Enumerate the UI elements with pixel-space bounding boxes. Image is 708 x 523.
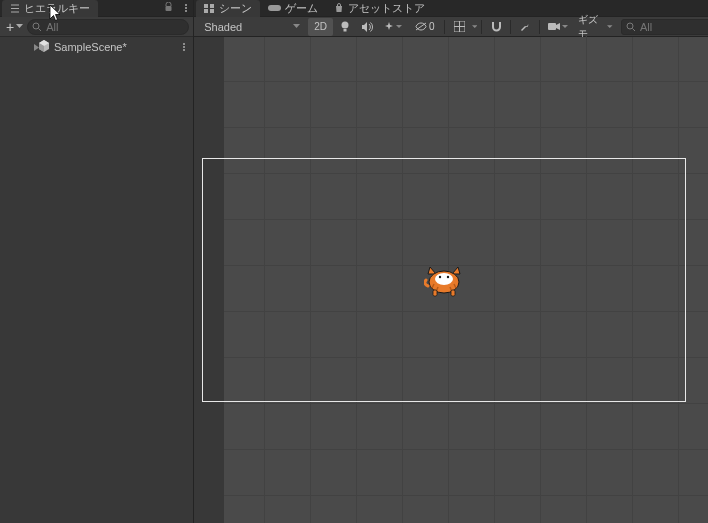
grid-icon <box>454 21 465 32</box>
shading-mode-dropdown[interactable]: Shaded <box>198 18 306 36</box>
svg-point-10 <box>627 23 633 29</box>
audio-icon <box>361 22 373 32</box>
foldout-icon[interactable] <box>34 41 41 53</box>
hierarchy-icon <box>10 4 20 13</box>
scene-search[interactable] <box>621 19 708 35</box>
scene-name-label: SampleScene* <box>54 41 127 53</box>
effects-icon <box>384 22 394 32</box>
hierarchy-panel: ヒエラルキー + SampleScene* <box>0 0 194 523</box>
tab-asset-store-label: アセットストア <box>348 1 425 16</box>
hierarchy-search[interactable] <box>27 19 189 35</box>
snap-toggle[interactable] <box>486 18 506 36</box>
camera-dropdown[interactable] <box>544 18 572 36</box>
effects-dropdown[interactable] <box>379 18 407 36</box>
search-icon <box>32 22 42 32</box>
lightbulb-icon <box>340 21 350 33</box>
tab-asset-store[interactable]: アセットストア <box>326 0 433 17</box>
svg-rect-9 <box>548 23 556 30</box>
tab-game-label: ゲーム <box>285 1 318 16</box>
chevron-down-icon <box>607 25 613 29</box>
svg-point-1 <box>33 23 39 29</box>
hierarchy-scene-row[interactable]: SampleScene* <box>0 39 193 55</box>
tab-hierarchy[interactable]: ヒエラルキー <box>2 0 98 17</box>
camera-icon <box>548 22 560 31</box>
svg-rect-15 <box>433 290 437 296</box>
svg-point-13 <box>439 276 441 278</box>
gizmos-dropdown[interactable]: ギズモ <box>574 18 617 36</box>
grid-toggle[interactable] <box>449 18 469 36</box>
scene-panel: シーン ゲーム アセットストア Shaded 2D <box>194 0 708 523</box>
hierarchy-search-input[interactable] <box>46 21 184 33</box>
svg-point-12 <box>435 273 453 285</box>
create-button[interactable]: + <box>4 22 25 32</box>
svg-rect-16 <box>451 290 455 296</box>
lock-icon[interactable] <box>164 2 173 14</box>
shading-mode-label: Shaded <box>204 21 242 33</box>
hidden-count-label: 0 <box>429 21 435 32</box>
hierarchy-toolbar: + <box>0 17 193 37</box>
svg-rect-5 <box>210 9 214 13</box>
scene-tabstrip: シーン ゲーム アセットストア <box>194 0 708 17</box>
hierarchy-tabstrip: ヒエラルキー <box>0 0 193 17</box>
svg-point-14 <box>447 276 449 278</box>
magnet-icon <box>491 21 502 32</box>
svg-rect-4 <box>204 9 208 13</box>
chevron-down-icon <box>16 24 23 29</box>
2d-toggle[interactable]: 2D <box>308 18 333 36</box>
svg-rect-2 <box>204 4 208 8</box>
2d-toggle-label: 2D <box>314 21 327 32</box>
scene-viewport[interactable] <box>194 37 708 523</box>
scene-view-icon <box>204 4 215 13</box>
plus-icon: + <box>6 22 14 32</box>
svg-point-7 <box>342 21 349 28</box>
tools-icon <box>520 21 531 32</box>
gamepad-icon <box>268 4 281 12</box>
chevron-down-icon[interactable] <box>472 25 478 29</box>
hierarchy-tree: SampleScene* <box>0 37 193 523</box>
chevron-down-icon <box>562 25 568 29</box>
hierarchy-context-menu[interactable] <box>181 4 191 12</box>
svg-rect-3 <box>210 4 214 8</box>
tab-scene-label: シーン <box>219 1 252 16</box>
hidden-objects-dropdown[interactable]: 0 <box>409 18 440 36</box>
sprite-cat[interactable] <box>424 262 464 298</box>
svg-rect-0 <box>166 6 172 11</box>
tools-toggle[interactable] <box>515 18 535 36</box>
eye-off-icon <box>415 22 427 31</box>
chevron-down-icon <box>293 24 300 29</box>
bag-icon <box>334 3 344 13</box>
search-icon <box>626 22 636 32</box>
audio-toggle[interactable] <box>357 18 377 36</box>
scene-row-context-menu[interactable] <box>179 43 189 51</box>
tab-scene[interactable]: シーン <box>196 0 260 17</box>
scene-toolbar: Shaded 2D 0 <box>194 17 708 37</box>
tab-hierarchy-label: ヒエラルキー <box>24 1 90 16</box>
svg-rect-8 <box>344 29 347 32</box>
svg-rect-6 <box>268 5 281 11</box>
tab-game[interactable]: ゲーム <box>260 0 326 17</box>
chevron-down-icon <box>396 25 402 29</box>
scene-search-input[interactable] <box>640 21 708 33</box>
lighting-toggle[interactable] <box>335 18 355 36</box>
